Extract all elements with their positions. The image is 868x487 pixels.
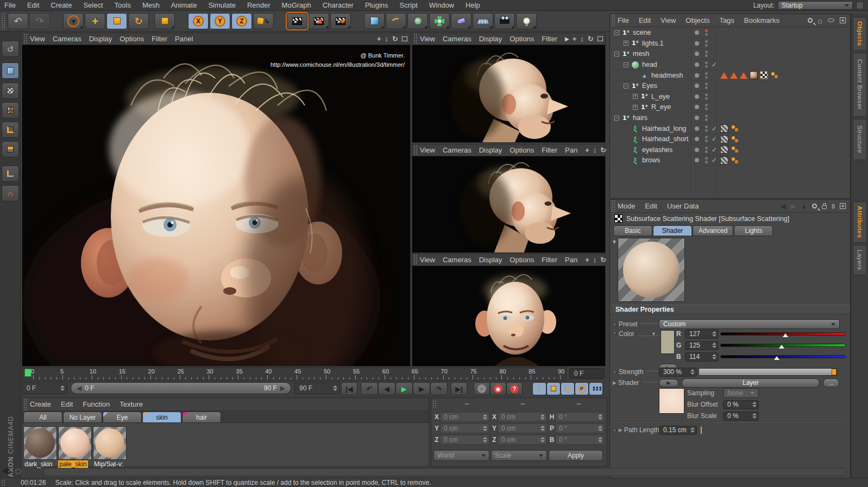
menu-item-options[interactable]: Options xyxy=(510,146,534,154)
toolbar-drag-handle[interactable] xyxy=(1,13,5,29)
scale-tool-button[interactable] xyxy=(106,13,127,29)
path-length-field[interactable]: 0.15 cm xyxy=(659,426,697,435)
layer-dot-icon[interactable] xyxy=(695,148,699,152)
expand-toggle-icon[interactable]: + xyxy=(633,105,638,110)
home-icon[interactable]: ⌂ xyxy=(818,17,822,24)
undo-button[interactable]: ↶ xyxy=(8,13,28,29)
history-forward-icon[interactable]: ▶ xyxy=(791,203,796,210)
coord-field-y[interactable]: 0 cm xyxy=(498,423,547,433)
menu-item-plugins[interactable]: Plugins xyxy=(365,1,388,9)
add-modeling-button[interactable] xyxy=(429,13,450,29)
camera-move-icon[interactable]: + xyxy=(573,35,577,42)
panel-drag-handle[interactable] xyxy=(432,400,437,408)
menu-item-mograph[interactable]: MoGraph xyxy=(282,1,311,9)
layer-dot-icon[interactable] xyxy=(695,116,699,120)
menu-item-options[interactable]: Options xyxy=(119,35,144,43)
visibility-dots[interactable]: ✓ xyxy=(695,135,717,143)
render-view-button[interactable] xyxy=(287,13,307,29)
add-environment-button[interactable] xyxy=(473,13,493,29)
menu-item-display[interactable]: Display xyxy=(479,146,502,154)
tree-item-brows[interactable]: ξbrows✓ xyxy=(610,155,850,166)
viewport-side-top[interactable]: ViewCamerasDisplayOptionsFilter ▶ +↕↻ xyxy=(412,33,606,143)
camera-rotate-icon[interactable]: ↻ xyxy=(392,35,398,42)
camera-rotate-icon[interactable]: ↻ xyxy=(600,147,606,154)
goto-end-button[interactable]: ▶| xyxy=(451,382,467,395)
menu-item-view[interactable]: View xyxy=(420,256,435,264)
texture-tag-icon[interactable] xyxy=(750,71,758,79)
menu-item-view[interactable]: View xyxy=(661,16,676,24)
menu-item-script[interactable]: Script xyxy=(400,1,418,9)
expand-toggle-icon[interactable]: − xyxy=(624,84,628,88)
layer-tab-no-layer[interactable]: No Layer xyxy=(63,412,102,422)
tree-item-R_eye[interactable]: +1°R_eye xyxy=(610,102,850,113)
layer-dot-icon[interactable] xyxy=(695,105,699,109)
viewport-perspective[interactable]: ViewCamerasDisplayOptionsFilterPanel + ↕… xyxy=(22,33,411,366)
enabled-check-icon[interactable]: ✓ xyxy=(712,156,717,164)
edges-mode-button[interactable] xyxy=(2,122,19,138)
menu-item-filter[interactable]: Filter xyxy=(542,146,557,154)
expand-toggle-icon[interactable]: − xyxy=(614,30,619,35)
add-light-button[interactable] xyxy=(516,13,537,29)
camera-zoom-icon[interactable]: ↕ xyxy=(593,147,597,154)
channel-slider-r[interactable] xyxy=(720,332,846,336)
material-dark-skin[interactable]: dark_skin xyxy=(23,426,57,468)
menu-item-view[interactable]: View xyxy=(420,35,435,43)
panel-tab-content-browser[interactable]: Content Browser xyxy=(853,53,867,117)
menu-item-view[interactable]: View xyxy=(30,35,45,43)
preview-range-slider[interactable]: ◀ 0 F 90 F ▶ xyxy=(71,382,291,394)
autokey-button[interactable]: ? xyxy=(506,382,523,395)
panel-tab-objects[interactable]: Objects xyxy=(853,17,867,50)
goto-start-button[interactable]: |◀ xyxy=(341,382,357,395)
point-selection-tag-icon[interactable] xyxy=(731,124,739,132)
menu-item-create[interactable]: Create xyxy=(30,400,51,408)
coord-field-x[interactable]: 0 cm xyxy=(498,412,547,422)
channel-field-g[interactable]: 125 xyxy=(685,341,719,350)
blur-scale-field[interactable]: 0 % xyxy=(723,412,759,421)
param-toggle-icon[interactable] xyxy=(613,428,617,432)
menu-item-cameras[interactable]: Cameras xyxy=(53,35,81,43)
enabled-check-icon[interactable]: ✓ xyxy=(712,146,717,154)
menu-item-cameras[interactable]: Cameras xyxy=(443,256,471,264)
coord-field-y[interactable]: 0 cm xyxy=(440,423,489,433)
menu-item-animate[interactable]: Animate xyxy=(171,1,197,9)
material-mip-sat-v-[interactable]: Mip/Sat-v: xyxy=(93,426,127,468)
layer-dot-icon[interactable] xyxy=(695,52,699,56)
enabled-check-icon[interactable]: ✓ xyxy=(712,61,717,68)
up-arrow-icon[interactable]: ▲ xyxy=(801,203,807,210)
coord-field-z[interactable]: 0 cm xyxy=(498,435,547,445)
viewport-side-top-canvas[interactable] xyxy=(412,46,605,142)
toggle-view-icon[interactable] xyxy=(402,36,407,41)
polygon-selection-tag-icon[interactable] xyxy=(740,72,747,79)
history-back-icon[interactable]: ◀ xyxy=(781,203,786,210)
next-key-button[interactable]: ↷ xyxy=(430,382,448,395)
menu-item-edit[interactable]: Edit xyxy=(27,1,39,9)
menu-item-tags[interactable]: Tags xyxy=(719,16,734,24)
visibility-dots[interactable]: ✓ xyxy=(695,156,717,164)
enable-axis-button[interactable] xyxy=(2,166,19,182)
current-frame-spinner[interactable]: 0 F xyxy=(22,382,67,394)
key-pla-toggle[interactable]: ●●●●●● xyxy=(589,382,603,395)
render-picture-viewer-button[interactable] xyxy=(309,13,329,29)
param-toggle-icon[interactable] xyxy=(613,331,617,335)
material-thumbnail[interactable] xyxy=(93,426,127,460)
param-toggle-icon[interactable] xyxy=(613,322,617,326)
visibility-dots[interactable] xyxy=(695,83,708,89)
apply-button[interactable]: Apply xyxy=(549,450,603,461)
layer-dot-icon[interactable] xyxy=(695,73,699,78)
chevron-down-icon[interactable]: ▼ xyxy=(651,331,656,337)
tab-shader[interactable]: Shader xyxy=(653,225,692,236)
menu-item-display[interactable]: Display xyxy=(479,256,502,264)
menu-item-edit[interactable]: Edit xyxy=(639,16,651,24)
visibility-dots[interactable] xyxy=(695,93,708,100)
menu-item-filter[interactable]: Filter xyxy=(542,35,557,43)
uvw-tag-icon[interactable] xyxy=(760,71,768,79)
add-panel-icon[interactable]: + xyxy=(840,17,846,23)
point-selection-tag-icon[interactable] xyxy=(731,135,739,143)
coordinate-system-button[interactable]: ↳ xyxy=(253,13,274,29)
layer-dot-icon[interactable] xyxy=(695,158,699,162)
console-field[interactable] xyxy=(43,468,846,476)
coord-field-rotation-h[interactable]: 0 ° xyxy=(555,412,605,422)
viewport-perspective-canvas[interactable]: @ Bunk Timmer. http://www.comichouse.nl/… xyxy=(22,46,410,366)
menu-item-display[interactable]: Display xyxy=(89,35,112,43)
menu-item-create[interactable]: Create xyxy=(51,1,72,9)
